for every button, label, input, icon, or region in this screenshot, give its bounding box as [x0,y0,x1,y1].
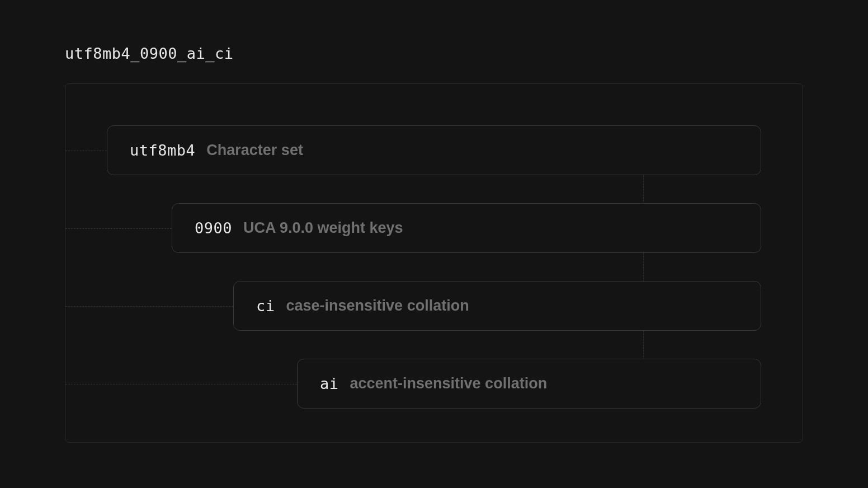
segment-box-accent: ai accent-insensitive collation [297,359,761,409]
connector-line-vertical [643,175,644,204]
segment-description: UCA 9.0.0 weight keys [243,219,403,237]
segment-description: accent-insensitive collation [350,375,548,392]
diagram-container: utf8mb4_0900_ai_ci utf8mb4 Character set… [0,0,868,443]
collation-title: utf8mb4_0900_ai_ci [65,45,803,62]
connector-line [65,384,297,384]
segment-box-charset: utf8mb4 Character set [107,125,761,175]
connector-line [65,151,107,151]
connector-line [65,306,233,307]
segment-code: ci [256,297,275,315]
segment-row-uca: 0900 UCA 9.0.0 weight keys [107,203,761,253]
segment-code: 0900 [195,219,232,237]
connector-line [65,228,172,229]
segment-description: Character set [206,142,303,159]
segment-box-uca: 0900 UCA 9.0.0 weight keys [172,203,761,253]
segment-description: case-insensitive collation [286,297,469,315]
breakdown-panel: utf8mb4 Character set 0900 UCA 9.0.0 wei… [65,83,803,443]
segment-row-case: ci case-insensitive collation [107,281,761,331]
segment-row-charset: utf8mb4 Character set [107,125,761,175]
segment-code: utf8mb4 [130,142,195,159]
segment-box-case: ci case-insensitive collation [233,281,761,331]
connector-line-vertical [643,331,644,360]
segment-row-accent: ai accent-insensitive collation [107,359,761,409]
segment-code: ai [320,375,339,392]
connector-line-vertical [643,253,644,282]
